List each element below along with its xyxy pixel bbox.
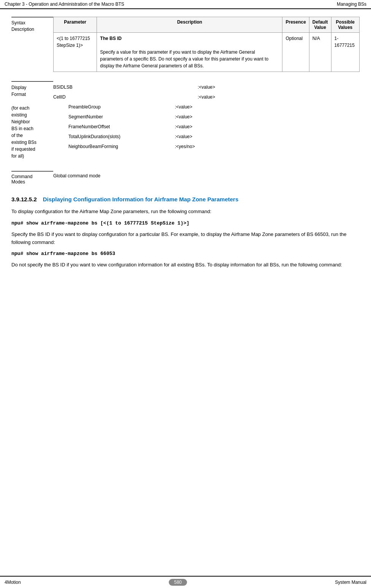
display-format-row: NeighbourBeamForming:<yes/no> <box>53 142 360 151</box>
syntax-label: Syntax Description <box>11 17 53 72</box>
col-presence: Presence <box>282 17 309 33</box>
display-format-row: SegmentNumber:<value> <box>53 112 360 121</box>
body-text-3: Do not specify the BS ID if you want to … <box>11 261 360 269</box>
section-heading: Displaying Configuration Information for… <box>43 196 239 202</box>
df-field-name: SegmentNumber <box>53 112 152 121</box>
header-right: Managing BSs <box>337 2 366 7</box>
command-line-2: npu# show airframe-mapzone bs 66053 <box>11 251 360 257</box>
col-default: DefaultValue <box>309 17 331 33</box>
section-number: 3.9.12.5.2 <box>11 196 37 202</box>
df-field-value: :<value> <box>175 132 192 141</box>
body-text-1: To display configuration for the Airfram… <box>11 208 360 216</box>
display-format-row: BSIDLSB:<value> <box>53 83 360 92</box>
footer-page-number: 580 <box>169 579 187 586</box>
df-field-name: BSIDLSB <box>53 83 152 92</box>
df-field-value: :<value> <box>198 83 215 92</box>
df-field-value: :<yes/no> <box>175 142 195 151</box>
param-name: <(1 to 16777215 StepSize 1)> <box>54 33 97 72</box>
param-desc: The BS ID Specify a value for this param… <box>97 33 282 72</box>
display-format-row: TotalUplinkDuration(slots):<value> <box>53 132 360 141</box>
param-possible: 1-16777215 <box>331 33 359 72</box>
display-format-content: BSIDLSB:<value>CellID:<value>PreambleGro… <box>53 81 360 159</box>
parameter-table: Parameter Description Presence DefaultVa… <box>53 17 360 72</box>
table-header-row: Parameter Description Presence DefaultVa… <box>54 17 360 33</box>
display-format-row: PreambleGroup:<value> <box>53 102 360 112</box>
df-field-value: :<value> <box>198 92 215 102</box>
df-field-value: :<value> <box>175 112 192 121</box>
syntax-table-container: Parameter Description Presence DefaultVa… <box>53 17 360 72</box>
display-format-label: Display Format (for each existing Neighb… <box>11 81 53 159</box>
page-content: Syntax Description Parameter Description… <box>0 9 371 287</box>
df-field-value: :<value> <box>175 102 192 112</box>
main-text-section: 3.9.12.5.2 Displaying Configuration Info… <box>11 196 360 280</box>
command-line-1: npu# show airframe-mapzone bs [<(1 to 16… <box>11 220 360 226</box>
page-footer: 4Motion 580 System Manual <box>0 576 371 588</box>
param-desc-title: The BS ID <box>100 36 122 41</box>
df-field-name: TotalUplinkDuration(slots) <box>53 132 152 141</box>
col-possible: PossibleValues <box>331 17 359 33</box>
df-field-name: CellID <box>53 92 152 102</box>
page-header: Chapter 3 - Operation and Administration… <box>0 0 371 9</box>
command-modes-label: Command Modes <box>11 171 53 185</box>
header-left: Chapter 3 - Operation and Administration… <box>5 2 124 7</box>
section-heading-row: 3.9.12.5.2 Displaying Configuration Info… <box>11 196 360 202</box>
df-field-name: NeighbourBeamForming <box>53 142 152 151</box>
param-desc-body: Specify a value for this parameter if yo… <box>100 49 268 69</box>
footer-left: 4Motion <box>5 580 21 585</box>
col-parameter: Parameter <box>54 17 97 33</box>
col-description: Description <box>97 17 282 33</box>
display-format-section: Display Format (for each existing Neighb… <box>11 81 360 159</box>
syntax-section: Syntax Description Parameter Description… <box>11 17 360 72</box>
command-modes-value: Global command mode <box>53 171 360 185</box>
display-format-row: FrameNumberOffset:<value> <box>53 122 360 131</box>
command-modes-section: Command Modes Global command mode <box>11 171 360 185</box>
table-row: <(1 to 16777215 StepSize 1)> The BS ID S… <box>54 33 360 72</box>
param-default: N/A <box>309 33 331 72</box>
param-presence: Optional <box>282 33 309 72</box>
df-field-value: :<value> <box>175 122 192 131</box>
display-format-row: CellID:<value> <box>53 92 360 102</box>
df-field-name: PreambleGroup <box>53 102 152 112</box>
footer-right: System Manual <box>335 580 366 585</box>
body-text-2: Specify the BS ID if you want to display… <box>11 231 360 247</box>
df-field-name: FrameNumberOffset <box>53 122 152 131</box>
